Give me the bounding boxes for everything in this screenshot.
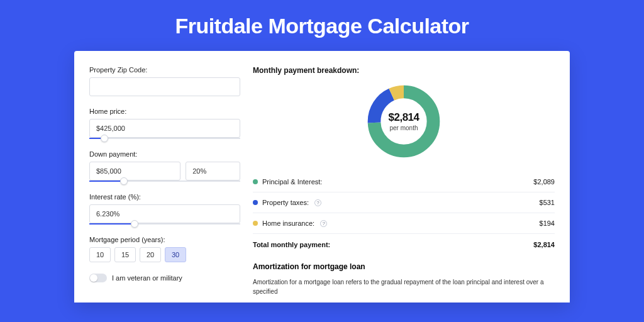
down-slider-fill <box>89 180 124 182</box>
period-btn-30[interactable]: 30 <box>165 247 186 262</box>
down-field: Down payment: <box>89 150 240 182</box>
rate-input[interactable] <box>89 204 240 223</box>
zip-input[interactable] <box>89 77 240 96</box>
legend-name: Property taxes: <box>262 199 309 206</box>
total-row: Total monthly payment: $2,814 <box>253 234 555 258</box>
rate-slider-thumb[interactable] <box>131 220 138 228</box>
period-btn-10[interactable]: 10 <box>89 247 111 262</box>
amort-body: Amortization for a mortgage loan refers … <box>253 277 555 296</box>
veteran-row: I am veteran or military <box>89 274 240 282</box>
inputs-column: Property Zip Code: Home price: Down paym… <box>89 66 240 303</box>
period-btn-20[interactable]: 20 <box>140 247 161 262</box>
legend-value: $2,089 <box>533 178 555 186</box>
down-slider-thumb[interactable] <box>120 177 128 185</box>
donut-chart: $2,814 per month <box>365 82 443 160</box>
donut-wrap: $2,814 per month <box>253 82 555 160</box>
price-label: Home price: <box>89 108 240 115</box>
legend-row-principal: Principal & Interest: $2,089 <box>253 172 555 192</box>
amort-title: Amortization for mortgage loan <box>253 262 555 271</box>
dot-icon <box>253 179 258 184</box>
down-amount-input[interactable] <box>89 162 180 180</box>
legend-value: $194 <box>540 219 555 227</box>
rate-slider-fill <box>89 223 135 225</box>
help-icon[interactable]: ? <box>320 220 327 227</box>
dot-icon <box>253 221 258 226</box>
down-pct-input[interactable] <box>186 162 240 180</box>
down-label: Down payment: <box>89 150 240 158</box>
down-slider[interactable] <box>89 180 240 182</box>
legend-row-insurance: Home insurance: ? $194 <box>253 213 555 234</box>
legend-row-taxes: Property taxes: ? $531 <box>253 192 555 213</box>
zip-field: Property Zip Code: <box>89 66 240 96</box>
dot-icon <box>253 200 258 205</box>
total-label: Total monthly payment: <box>253 241 330 248</box>
rate-label: Interest rate (%): <box>89 193 240 201</box>
breakdown-column: Monthly payment breakdown: $2,814 per mo… <box>253 66 555 303</box>
price-input[interactable] <box>89 119 240 138</box>
page-title: Fruitdale Mortgage Calculator <box>0 0 644 51</box>
price-slider-thumb[interactable] <box>101 135 108 142</box>
legend-value: $531 <box>540 199 555 206</box>
period-btn-15[interactable]: 15 <box>114 247 136 262</box>
legend-name: Principal & Interest: <box>262 178 322 186</box>
veteran-toggle[interactable] <box>89 274 107 282</box>
period-buttons: 10 15 20 30 <box>89 247 240 262</box>
zip-label: Property Zip Code: <box>89 66 240 74</box>
rate-field: Interest rate (%): <box>89 193 240 225</box>
total-value: $2,814 <box>533 241 555 248</box>
breakdown-title: Monthly payment breakdown: <box>253 66 555 75</box>
rate-slider[interactable] <box>89 223 240 225</box>
donut-sub: per month <box>389 125 418 131</box>
period-field: Mortgage period (years): 10 15 20 30 <box>89 236 240 262</box>
help-icon[interactable]: ? <box>314 199 321 206</box>
price-field: Home price: <box>89 108 240 139</box>
price-slider[interactable] <box>89 138 240 139</box>
donut-center: $2,814 per month <box>365 82 443 160</box>
veteran-label: I am veteran or military <box>112 274 182 282</box>
period-label: Mortgage period (years): <box>89 236 240 243</box>
legend-name: Home insurance: <box>262 219 314 227</box>
calculator-card: Property Zip Code: Home price: Down paym… <box>74 51 570 303</box>
donut-value: $2,814 <box>389 111 419 124</box>
